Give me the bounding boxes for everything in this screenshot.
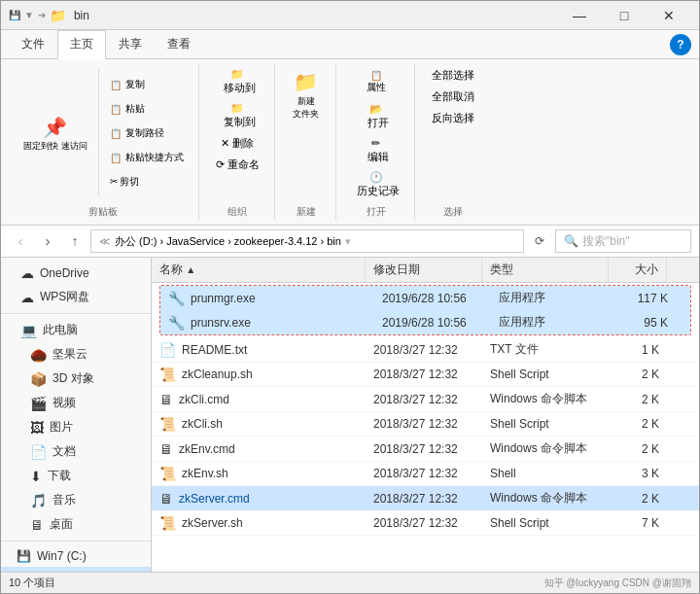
file-name-zkcleanup: 📜 zkCleanup.sh bbox=[152, 365, 366, 384]
new-folder-button[interactable]: 📁 新建文件夹 bbox=[285, 65, 328, 125]
tab-view[interactable]: 查看 bbox=[155, 30, 203, 58]
sidebar-item-thispc[interactable]: 💻 此电脑 bbox=[1, 318, 151, 342]
invert-select-button[interactable]: 反向选择 bbox=[425, 108, 481, 128]
paste-shortcut-button[interactable]: 📋 粘贴快捷方式 bbox=[103, 146, 191, 169]
search-field[interactable]: 🔍 搜索"bin" bbox=[555, 229, 691, 253]
table-row[interactable]: 📜 zkCli.sh 2018/3/27 12:32 Shell Script … bbox=[152, 412, 699, 437]
move-to-button[interactable]: 📁 移动到 bbox=[209, 65, 266, 98]
table-row[interactable]: 📄 README.txt 2018/3/27 12:32 TXT 文件 1 K bbox=[152, 337, 699, 363]
sidebar-item-jiangguo[interactable]: 🌰 坚果云 bbox=[1, 342, 151, 367]
col-header-type[interactable]: 类型 bbox=[482, 258, 609, 282]
select-all-label: 全部选择 bbox=[432, 68, 474, 83]
music-icon: 🎵 bbox=[30, 493, 47, 508]
sidebar-item-desktop[interactable]: 🖥 桌面 bbox=[1, 512, 151, 537]
forward-button[interactable]: › bbox=[36, 229, 59, 253]
edit-button[interactable]: ✏ 编辑 bbox=[346, 134, 406, 167]
sidebar-label-thispc: 此电脑 bbox=[43, 322, 78, 338]
address-field[interactable]: ≪ 办公 (D:) › JavaService › zookeeper-3.4.… bbox=[90, 229, 524, 253]
minimize-button[interactable]: — bbox=[557, 1, 602, 30]
pin-button[interactable]: 📌 固定到快 速访问 bbox=[17, 111, 94, 157]
rename-label: ⟳ 重命名 bbox=[216, 157, 260, 172]
copy-path-icon: 📋 bbox=[110, 128, 122, 139]
file-name-text-readme: README.txt bbox=[182, 343, 247, 357]
file-icon-zkcleanup: 📜 bbox=[159, 367, 176, 382]
ribbon: 文件 主页 共享 查看 ? 📌 固定到快 速访问 📋 bbox=[1, 30, 699, 226]
close-button[interactable]: ✕ bbox=[647, 1, 691, 30]
sidebar-separator bbox=[1, 313, 151, 314]
downloads-icon: ⬇ bbox=[30, 469, 42, 484]
sidebar-item-3d[interactable]: 📦 3D 对象 bbox=[1, 367, 151, 391]
open-button[interactable]: 📂 打开 bbox=[346, 100, 406, 133]
file-name-zkserver-sh: 📜 zkServer.sh bbox=[152, 513, 366, 533]
rename-button[interactable]: ⟳ 重命名 bbox=[209, 155, 266, 175]
table-row[interactable]: 🔧 prunsrv.exe 2019/6/28 10:56 应用程序 95 K bbox=[160, 310, 690, 334]
tab-file[interactable]: 文件 bbox=[9, 30, 57, 58]
sidebar-label-wps: WPS网盘 bbox=[40, 289, 89, 305]
back-button[interactable]: ‹ bbox=[9, 229, 32, 253]
file-size-zkserver-sh: 7 K bbox=[609, 514, 667, 532]
file-type-zkserver-cmd: Windows 命令脚本 bbox=[482, 488, 609, 508]
onedrive-icon: ☁ bbox=[20, 265, 34, 281]
history-button[interactable]: 🕐 历史记录 bbox=[346, 168, 406, 201]
col-header-name[interactable]: 名称 ▲ bbox=[152, 258, 366, 282]
sidebar-item-pictures[interactable]: 🖼 图片 bbox=[1, 415, 151, 439]
tab-home[interactable]: 主页 bbox=[57, 30, 106, 59]
open-label: 打开 bbox=[367, 201, 386, 219]
copy-paste-col: 📋 复制 📋 粘贴 📋 复制路径 📋 粘 bbox=[103, 73, 191, 193]
ribbon-group-new: 📁 新建文件夹 新建 bbox=[277, 63, 336, 221]
address-dropdown[interactable]: ▾ bbox=[345, 235, 351, 248]
invert-label: 反向选择 bbox=[432, 111, 474, 125]
ribbon-group-open: 📋 属性 📂 打开 ✏ 编辑 🕐 历史记录 bbox=[338, 63, 415, 221]
sidebar-item-music[interactable]: 🎵 音乐 bbox=[1, 488, 151, 512]
copy-path-label: 复制路径 bbox=[125, 126, 164, 140]
table-row[interactable]: 📜 zkCleanup.sh 2018/3/27 12:32 Shell Scr… bbox=[152, 363, 699, 387]
copy-path-button[interactable]: 📋 复制路径 bbox=[103, 122, 191, 145]
copy-button[interactable]: 📋 复制 bbox=[103, 73, 191, 96]
file-icon-prunsrv: 🔧 bbox=[168, 315, 185, 331]
up-button[interactable]: ↑ bbox=[63, 229, 87, 253]
sidebar-item-drivec[interactable]: 💾 Win7 (C:) bbox=[1, 545, 151, 567]
table-row[interactable]: 🖥 zkCli.cmd 2018/3/27 12:32 Windows 命令脚本… bbox=[152, 387, 699, 412]
selection-box: 🔧 prunmgr.exe 2019/6/28 10:56 应用程序 117 K… bbox=[159, 285, 691, 335]
copy-to-icon: 📁 bbox=[230, 102, 244, 115]
select-none-button[interactable]: 全部取消 bbox=[425, 87, 481, 107]
table-row[interactable]: 🖥 zkEnv.cmd 2018/3/27 12:32 Windows 命令脚本… bbox=[152, 437, 699, 462]
file-size-readme: 1 K bbox=[609, 341, 667, 359]
delete-button[interactable]: ✕ 删除 bbox=[209, 133, 266, 154]
breadcrumb-prefix: ≪ bbox=[99, 235, 111, 248]
col-header-date[interactable]: 修改日期 bbox=[366, 258, 482, 282]
file-type-zkenv-sh: Shell bbox=[482, 465, 609, 482]
table-row[interactable]: 📜 zkServer.sh 2018/3/27 12:32 Shell Scri… bbox=[152, 511, 699, 536]
search-icon: 🔍 bbox=[564, 234, 578, 248]
cut-label: ✂ 剪切 bbox=[110, 175, 140, 189]
sidebar-item-documents[interactable]: 📄 文档 bbox=[1, 439, 151, 464]
refresh-button[interactable]: ⟳ bbox=[528, 229, 551, 253]
sidebar-item-video[interactable]: 🎬 视频 bbox=[1, 391, 151, 415]
sidebar-item-onedrive[interactable]: ☁ OneDrive bbox=[1, 262, 151, 285]
tab-share[interactable]: 共享 bbox=[106, 30, 155, 58]
cut-button[interactable]: ✂ 剪切 bbox=[103, 170, 191, 193]
table-row[interactable]: 🖥 zkServer.cmd 2018/3/27 12:32 Windows 命… bbox=[152, 486, 699, 511]
sidebar-item-downloads[interactable]: ⬇ 下载 bbox=[1, 464, 151, 488]
table-row[interactable]: 📜 zkEnv.sh 2018/3/27 12:32 Shell 3 K bbox=[152, 462, 699, 486]
sidebar-label-jiangguo: 坚果云 bbox=[52, 346, 88, 363]
sidebar-label-3d: 3D 对象 bbox=[52, 370, 94, 387]
organize-label: 组织 bbox=[228, 201, 247, 219]
thispc-icon: 💻 bbox=[20, 323, 37, 338]
copy-to-button[interactable]: 📁 复制到 bbox=[209, 99, 266, 132]
file-size-zkcli-sh: 2 K bbox=[609, 415, 667, 433]
sidebar-item-wps[interactable]: ☁ WPS网盘 bbox=[1, 285, 151, 309]
sidebar-label-drivec: Win7 (C:) bbox=[37, 549, 87, 563]
select-all-button[interactable]: 全部选择 bbox=[425, 65, 481, 86]
properties-button[interactable]: 📋 属性 bbox=[346, 65, 406, 99]
table-row[interactable]: 🔧 prunmgr.exe 2019/6/28 10:56 应用程序 117 K bbox=[160, 286, 690, 310]
maximize-button[interactable]: □ bbox=[602, 1, 647, 30]
file-name-text-zkenv-sh: zkEnv.sh bbox=[182, 467, 228, 480]
window-title: bin bbox=[74, 9, 557, 22]
file-list-header: 名称 ▲ 修改日期 类型 大小 bbox=[152, 258, 699, 283]
help-button[interactable]: ? bbox=[670, 34, 691, 55]
paste-button[interactable]: 📋 粘贴 bbox=[103, 97, 191, 121]
file-type-zkcli-sh: Shell Script bbox=[482, 415, 609, 433]
col-header-size[interactable]: 大小 bbox=[609, 258, 667, 282]
main-window: 💾 ▼ ➔ 📁 bin — □ ✕ 文件 主页 共享 查看 ? bbox=[0, 0, 700, 594]
